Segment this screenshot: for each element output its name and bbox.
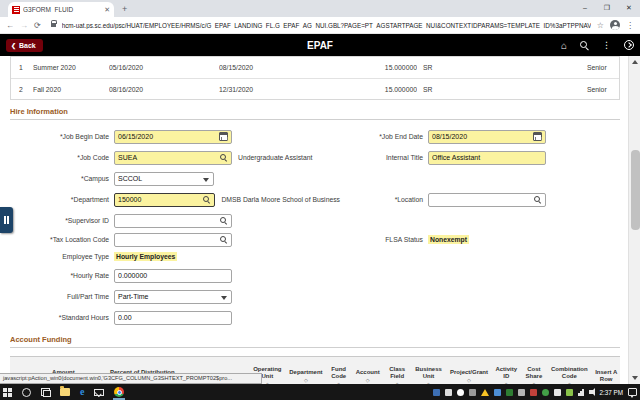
status-bar: javascript:pAction_win0(document.win0,'G… (0, 373, 262, 384)
standard-hours-input[interactable] (118, 314, 228, 321)
job-code-description: Undergraduate Assistant (238, 154, 312, 161)
lookup-icon[interactable] (203, 196, 211, 204)
tray-icon-10[interactable] (554, 389, 561, 396)
scroll-down-icon[interactable] (629, 372, 640, 384)
back-button-label: Back (19, 42, 36, 49)
hourly-rate-field (114, 269, 232, 283)
cortana-icon[interactable] (22, 388, 31, 397)
af-col-class-field[interactable]: Class Field◇ (384, 366, 410, 385)
volume-icon[interactable] (589, 390, 593, 394)
location-input[interactable] (432, 196, 534, 203)
mail-icon[interactable] (94, 389, 104, 396)
calendar-icon[interactable] (533, 132, 542, 141)
bookmark-star-icon[interactable]: ☆ (597, 21, 604, 30)
tray-icon-3[interactable] (457, 389, 464, 396)
vertical-scrollbar[interactable] (628, 56, 640, 384)
campus-value: SCCOL (118, 175, 142, 182)
profile-avatar-icon[interactable] (610, 20, 620, 30)
row-number: 2 (11, 86, 33, 93)
job-end-date-input[interactable] (432, 133, 533, 140)
level-cell: Senior (447, 64, 619, 71)
warning-tray-icon[interactable] (481, 389, 489, 396)
search-icon[interactable] (580, 41, 589, 50)
ssl-lock-icon[interactable] (51, 23, 56, 27)
hourly-rate-label: *Hourly Rate (10, 272, 114, 279)
home-icon[interactable]: ⌂ (561, 40, 567, 51)
af-col-cost-share[interactable]: Cost Share◇ (521, 366, 546, 385)
tab-close-icon[interactable]: ✕ (104, 6, 110, 14)
hourly-rate-input[interactable] (118, 272, 228, 279)
tray-icon-5[interactable] (494, 389, 501, 396)
full-part-time-label: Full/Part Time (10, 293, 114, 300)
url-text[interactable]: hcm-uat.ps.sc.edu/psc/HUAT/EMPLOYEE/HRMS… (62, 22, 591, 29)
job-code-input[interactable] (118, 154, 220, 161)
new-tab-button[interactable]: + (122, 2, 127, 17)
forward-icon[interactable]: → (20, 18, 28, 33)
tax-location-code-field (114, 233, 232, 247)
lookup-icon[interactable] (534, 196, 542, 204)
side-panel-handle[interactable] (0, 207, 13, 233)
lookup-icon[interactable] (220, 236, 228, 244)
af-col-account[interactable]: Account◇ (351, 369, 384, 383)
page-content: 1 Summer 2020 05/16/2020 08/15/2020 15.0… (0, 56, 628, 384)
lookup-icon[interactable] (220, 217, 228, 225)
tray-icon-4[interactable] (469, 389, 476, 396)
begin-date-cell: 05/16/2020 (109, 64, 219, 71)
job-begin-date-input[interactable] (118, 133, 219, 140)
table-row: 1 Summer 2020 05/16/2020 08/15/2020 15.0… (11, 57, 619, 78)
browser-menu-icon[interactable]: ⋮ (626, 21, 634, 30)
back-button[interactable]: ❮ Back (6, 39, 43, 52)
department-input[interactable] (118, 196, 203, 203)
full-part-time-value: Part-Time (118, 293, 148, 300)
employee-type-label: Employee Type (10, 253, 114, 260)
minimize-button[interactable]: – (574, 0, 596, 17)
tray-icon-1[interactable] (433, 389, 440, 396)
full-part-time-select[interactable]: Part-Time (114, 290, 232, 304)
af-col-fund-code[interactable]: Fund Code◇ (326, 366, 351, 385)
network-icon[interactable] (578, 389, 584, 396)
tray-icon-7[interactable] (518, 389, 525, 396)
tray-icon-9[interactable] (542, 389, 549, 396)
hire-information-form: *Job Begin Date *Job End Date (10, 126, 628, 328)
close-button[interactable]: ✕ (618, 0, 640, 17)
scroll-up-icon[interactable] (629, 56, 640, 68)
af-col-combination-code[interactable]: Combination Code◇ (546, 366, 592, 385)
supervisor-id-input[interactable] (118, 217, 220, 224)
calendar-icon[interactable] (219, 132, 228, 141)
af-col-project-grant[interactable]: Project/Grant◇ (447, 369, 491, 383)
browser-tabstrip: G3FORM_FLUID ✕ + – ❐ ✕ (0, 0, 640, 17)
start-button-icon[interactable] (3, 388, 12, 397)
back-icon[interactable]: ← (6, 18, 14, 33)
clock[interactable]: 2:37 PM (600, 389, 623, 396)
navbar-icon[interactable] (624, 40, 634, 50)
scrollbar-thumb[interactable] (631, 150, 640, 230)
edge-icon[interactable]: e (80, 387, 84, 397)
browser-tab[interactable]: G3FORM_FLUID ✕ (8, 2, 114, 17)
internal-title-input[interactable] (432, 154, 542, 161)
tray-icon-2[interactable] (445, 389, 452, 396)
department-field (114, 193, 215, 207)
tray-icon-8[interactable] (530, 389, 537, 396)
action-center-icon[interactable] (628, 388, 637, 396)
tax-location-code-input[interactable] (118, 236, 220, 243)
lookup-icon[interactable] (220, 154, 228, 162)
standard-hours-field (114, 311, 232, 325)
chrome-icon[interactable] (114, 387, 124, 397)
maximize-button[interactable]: ❐ (596, 0, 618, 17)
end-date-cell: 08/15/2020 (219, 64, 371, 71)
campus-select[interactable]: SCCOL (114, 172, 214, 186)
af-col-business-unit[interactable]: Business Unit◇ (410, 366, 447, 385)
tax-location-code-label: *Tax Location Code (10, 236, 114, 243)
refresh-icon[interactable]: ⟳ (34, 18, 41, 33)
tray-icon-11[interactable] (566, 389, 573, 396)
begin-date-cell: 08/16/2020 (109, 86, 219, 93)
task-view-icon[interactable] (41, 388, 50, 396)
af-col-department[interactable]: Department◇ (286, 369, 326, 383)
af-col-activity-id[interactable]: Activity ID◇ (491, 366, 521, 385)
actions-menu-icon[interactable]: ⋮ (602, 41, 611, 50)
job-code-label: *Job Code (10, 154, 114, 161)
tray-icon-6[interactable] (506, 389, 513, 396)
department-label: *Department (10, 196, 114, 203)
internal-title-field (428, 151, 546, 165)
file-explorer-icon[interactable] (60, 388, 70, 396)
